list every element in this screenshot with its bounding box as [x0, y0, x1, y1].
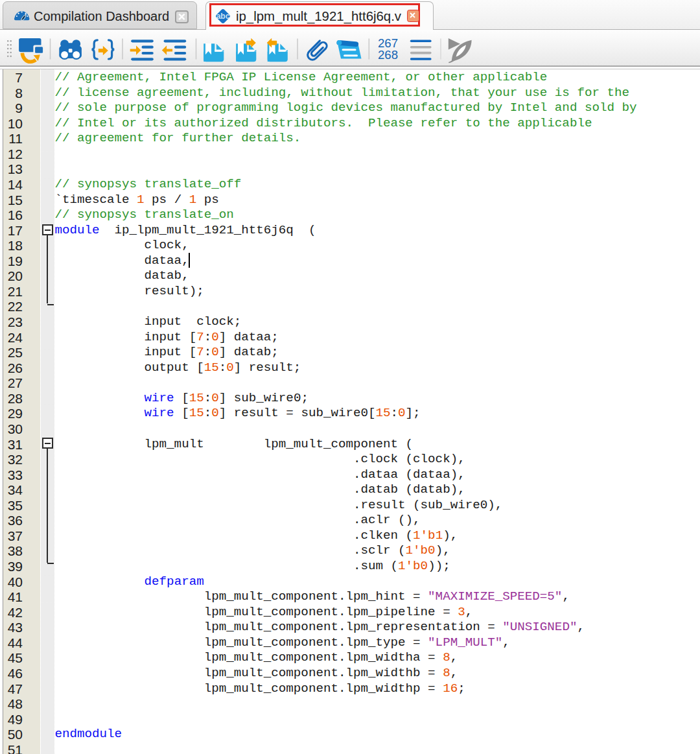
svg-text:abc: abc: [216, 12, 230, 21]
svg-text:268: 268: [378, 48, 398, 62]
